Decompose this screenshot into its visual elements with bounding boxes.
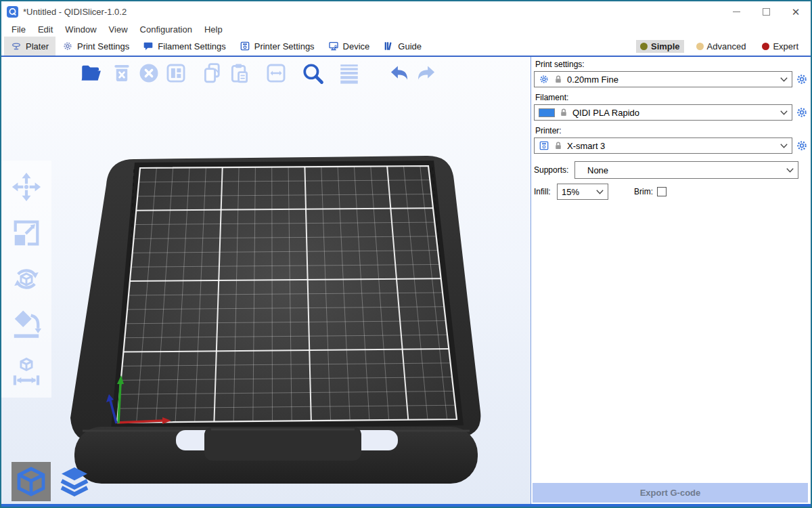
preset-gear-icon bbox=[539, 74, 549, 85]
tab-guide[interactable]: Guide bbox=[376, 37, 428, 56]
close-button[interactable]: ✕ bbox=[781, 1, 811, 22]
delete-button[interactable] bbox=[108, 60, 135, 87]
tab-plater[interactable]: Plater bbox=[4, 37, 55, 56]
mode-selector: Simple Advanced Expert bbox=[636, 37, 808, 56]
filament-combo[interactable]: QIDI PLA Rapido bbox=[534, 104, 792, 121]
measure-icon bbox=[11, 356, 42, 387]
move-button[interactable] bbox=[11, 171, 42, 203]
printer-gear-button[interactable] bbox=[795, 140, 808, 152]
menu-help[interactable]: Help bbox=[198, 24, 229, 35]
gear-icon bbox=[796, 140, 808, 152]
brim-checkbox[interactable] bbox=[657, 187, 667, 196]
layer-lines-icon bbox=[338, 62, 361, 85]
printer-combo[interactable]: X-smart 3 bbox=[534, 137, 792, 154]
infill-label: Infill: bbox=[534, 187, 557, 196]
supports-value: None bbox=[587, 165, 608, 175]
redo-icon bbox=[415, 62, 438, 85]
chevron-down-icon bbox=[596, 190, 604, 194]
print-settings-icon bbox=[62, 41, 73, 51]
mode-label: Simple bbox=[651, 41, 680, 51]
copy-button[interactable] bbox=[199, 60, 226, 87]
open-folder-icon bbox=[79, 62, 102, 85]
brim-label: Brim: bbox=[634, 187, 653, 196]
app-logo-icon bbox=[7, 6, 18, 18]
lock-icon bbox=[559, 108, 568, 117]
search-icon bbox=[301, 62, 324, 85]
window-title: *Untitled - QIDISlicer-1.0.2 bbox=[23, 7, 127, 17]
printer-value: X-smart 3 bbox=[567, 141, 605, 151]
expert-dot-icon bbox=[762, 43, 769, 50]
gear-icon bbox=[796, 106, 808, 119]
mode-advanced[interactable]: Advanced bbox=[692, 40, 750, 53]
mode-expert[interactable]: Expert bbox=[758, 40, 803, 53]
viewport-3d[interactable] bbox=[1, 57, 531, 504]
advanced-dot-icon bbox=[696, 43, 704, 50]
export-gcode-button[interactable]: Export G-code bbox=[533, 483, 808, 503]
chevron-down-icon bbox=[780, 77, 788, 82]
tab-label: Plater bbox=[26, 41, 49, 51]
measure-button[interactable] bbox=[11, 356, 42, 387]
filament-gear-button[interactable] bbox=[795, 106, 808, 119]
maximize-icon bbox=[763, 8, 770, 16]
tab-label: Filament Settings bbox=[158, 41, 225, 51]
paste-icon bbox=[228, 62, 251, 85]
titlebar[interactable]: *Untitled - QIDISlicer-1.0.2 ✕ bbox=[1, 1, 811, 22]
print-settings-gear-button[interactable] bbox=[795, 73, 808, 86]
maximize-button[interactable] bbox=[751, 1, 781, 22]
menu-configuration[interactable]: Configuration bbox=[134, 24, 198, 35]
view-3d-button[interactable] bbox=[12, 462, 51, 501]
print-settings-combo[interactable]: 0.20mm Fine bbox=[534, 71, 792, 87]
rotate-icon bbox=[11, 263, 42, 295]
chevron-down-icon bbox=[786, 168, 794, 173]
menu-view[interactable]: View bbox=[103, 24, 134, 35]
split-button[interactable] bbox=[263, 60, 290, 87]
tab-print-settings[interactable]: Print Settings bbox=[55, 37, 136, 56]
view-layers-button[interactable] bbox=[55, 462, 94, 501]
tab-filament-settings[interactable]: Filament Settings bbox=[136, 37, 232, 56]
place-on-face-button[interactable] bbox=[11, 310, 42, 341]
mode-simple[interactable]: Simple bbox=[636, 40, 684, 53]
split-icon bbox=[265, 62, 288, 85]
tab-device[interactable]: Device bbox=[321, 37, 377, 56]
guide-icon bbox=[383, 41, 394, 51]
arrange-button[interactable] bbox=[162, 60, 189, 87]
redo-button[interactable] bbox=[413, 60, 440, 87]
minimize-button[interactable] bbox=[721, 1, 751, 22]
infill-combo[interactable]: 15% bbox=[557, 184, 608, 200]
plater-icon bbox=[11, 41, 22, 51]
tab-label: Guide bbox=[398, 41, 422, 51]
menubar: File Edit Window View Configuration Help bbox=[1, 22, 811, 37]
delete-all-button[interactable] bbox=[135, 60, 162, 87]
printer-label: Printer: bbox=[535, 126, 808, 135]
supports-label: Supports: bbox=[534, 165, 574, 175]
open-button[interactable] bbox=[77, 60, 104, 87]
printer-icon bbox=[539, 140, 549, 151]
filament-value: QIDI PLA Rapido bbox=[572, 108, 639, 118]
filament-color-swatch bbox=[539, 108, 555, 117]
search-button[interactable] bbox=[299, 60, 326, 87]
gizmo-toolbar bbox=[1, 161, 51, 398]
scale-button[interactable] bbox=[11, 217, 42, 249]
settings-panel: Print settings: 0.20mm Fine Filament: QI… bbox=[531, 57, 811, 504]
mode-label: Expert bbox=[773, 41, 798, 51]
supports-combo[interactable]: None bbox=[574, 161, 798, 179]
rotate-button[interactable] bbox=[11, 263, 42, 295]
bottom-accent-strip bbox=[1, 504, 811, 507]
mode-label: Advanced bbox=[707, 41, 746, 51]
menu-edit[interactable]: Edit bbox=[32, 24, 59, 35]
print-settings-label: Print settings: bbox=[535, 60, 808, 69]
close-icon: ✕ bbox=[792, 7, 800, 17]
paste-button[interactable] bbox=[226, 60, 253, 87]
lock-icon bbox=[554, 75, 563, 84]
cube-3d-icon bbox=[15, 465, 47, 498]
menu-file[interactable]: File bbox=[5, 24, 32, 35]
app-window: *Untitled - QIDISlicer-1.0.2 ✕ File Edit… bbox=[0, 0, 812, 508]
tab-printer-settings[interactable]: Printer Settings bbox=[233, 37, 321, 56]
simple-dot-icon bbox=[640, 43, 648, 50]
menu-window[interactable]: Window bbox=[59, 24, 102, 35]
variable-layer-height-button[interactable] bbox=[336, 60, 363, 87]
undo-icon bbox=[388, 62, 411, 85]
device-icon bbox=[328, 41, 339, 51]
chevron-down-icon bbox=[780, 110, 788, 115]
undo-button[interactable] bbox=[386, 60, 413, 87]
